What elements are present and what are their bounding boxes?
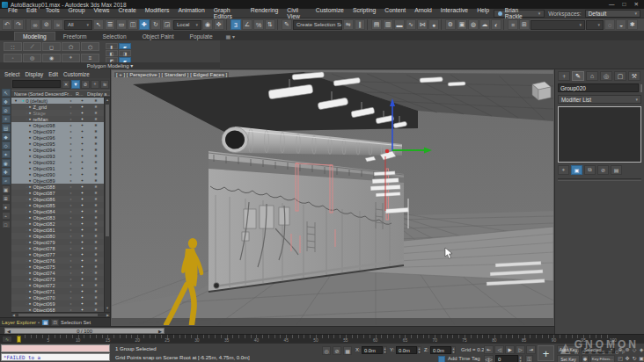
scene-object-row[interactable]: ◌●Object085●✦✱	[11, 202, 104, 208]
render-hand-icon[interactable]: ✦	[77, 141, 88, 146]
menu-animation[interactable]: Animation	[173, 7, 209, 19]
edit-named-selection-sets-icon[interactable]: ✎	[282, 19, 292, 30]
angle-snap-icon[interactable]: ∠	[242, 19, 252, 30]
mirror-icon[interactable]: ⇋	[343, 19, 354, 30]
edge-mode-icon[interactable]: ⟋	[23, 42, 41, 51]
visibility-icon[interactable]: ◌	[26, 166, 28, 170]
render-hand-icon[interactable]: ✦	[77, 283, 88, 287]
scene-object-row[interactable]: ◌●Stage●✦✱	[11, 110, 104, 116]
frozen-dot-icon[interactable]: ●	[65, 277, 77, 281]
make-unique-button[interactable]: ⧉	[584, 165, 596, 175]
scene-object-row[interactable]: ◌●Object069●✦✱	[11, 300, 104, 307]
pin-stack-button[interactable]: ⌖	[558, 165, 569, 175]
explorer-containers-icon[interactable]: □	[2, 221, 11, 228]
configure-modifier-sets-button[interactable]: ▤	[611, 165, 622, 175]
object-color-swatch[interactable]	[640, 84, 642, 92]
toggle-scene-explorer-icon[interactable]: ▤	[371, 19, 382, 30]
render-hand-icon[interactable]: ✦	[77, 197, 88, 201]
frozen-dot-icon[interactable]: ●	[65, 160, 77, 164]
visibility-icon[interactable]: ◌	[26, 141, 28, 146]
frozen-dot-icon[interactable]: ●	[65, 289, 77, 293]
explorer-pin-icon[interactable]: ⌖	[2, 115, 11, 123]
explorer-column-headers[interactable]: Name (Sorted Descending) ▼ Fr... R... Di…	[11, 90, 110, 98]
menu-file[interactable]: File	[4, 7, 22, 19]
frozen-dot-icon[interactable]: ●	[65, 111, 77, 115]
curve-editor-icon[interactable]: ∿	[406, 19, 416, 30]
frozen-dot-icon[interactable]: ●	[65, 135, 77, 140]
scene-object-row[interactable]: ◌●Object091●✦✱	[11, 165, 104, 171]
render-hand-icon[interactable]: ✦	[77, 191, 88, 195]
filter-funnel-icon[interactable]: ▼	[71, 80, 80, 89]
render-hand-icon[interactable]: ✦	[77, 246, 88, 250]
material-editor-icon[interactable]: ●	[428, 19, 439, 30]
visibility-icon[interactable]: ◌	[26, 154, 28, 158]
select-and-scale-icon[interactable]: ◲	[162, 19, 172, 30]
display-gear-icon[interactable]: ✱	[88, 283, 104, 287]
render-hand-icon[interactable]: ✦	[77, 234, 88, 238]
render-hand-icon[interactable]: ✦	[77, 258, 88, 263]
active-layer-dropdown[interactable]: ▾	[531, 20, 585, 30]
visibility-icon[interactable]: ◌	[26, 135, 28, 140]
display-gear-icon[interactable]: ✱	[88, 172, 104, 177]
tab-utilities[interactable]: ⚒	[628, 71, 640, 81]
render-hand-icon[interactable]: ✦	[77, 148, 88, 152]
selection-set-label[interactable]: Selection Set	[61, 320, 91, 325]
render-hand-icon[interactable]: ✦	[77, 240, 88, 244]
maxscript-mini-listener[interactable]: *FAILED to a	[1, 353, 110, 361]
ribbon-tab-modeling[interactable]: Modeling	[14, 32, 55, 40]
maximize-button[interactable]: □	[623, 1, 626, 8]
bind-to-space-warp-icon[interactable]: ≈	[53, 19, 63, 30]
visibility-icon[interactable]: ◌	[26, 185, 28, 189]
scene-object-row[interactable]: ◌●Object084●✦✱	[11, 208, 104, 214]
display-gear-icon[interactable]: ✱	[88, 215, 104, 220]
frozen-dot-icon[interactable]: ●	[65, 240, 77, 244]
visibility-icon[interactable]: ◌	[26, 246, 28, 250]
display-gear-icon[interactable]: ✱	[88, 264, 104, 269]
reference-coordinate-dropdown[interactable]: Local▾	[173, 20, 201, 30]
layer-property-field[interactable]: ▾	[586, 20, 604, 30]
frozen-dot-icon[interactable]: ●	[65, 154, 77, 158]
display-gear-icon[interactable]: ✱	[88, 129, 104, 134]
display-gear-icon[interactable]: ✱	[88, 228, 104, 232]
scene-object-row[interactable]: ◌●Object098●✦✱	[11, 122, 104, 128]
zoom-extents-button[interactable]: ◇	[631, 345, 638, 353]
scene-object-row[interactable]: ◌●Object077●✦✱	[11, 251, 104, 257]
percent-snap-icon[interactable]: %	[253, 19, 264, 30]
column-renderable[interactable]: R...	[76, 91, 87, 97]
polygon-modeling-label[interactable]: Polygon Modeling ▾	[0, 62, 220, 69]
visibility-icon[interactable]: ◌	[26, 178, 28, 183]
menu-edit[interactable]: Edit	[22, 7, 41, 19]
frame-spinner[interactable]: ▲▼	[518, 355, 523, 362]
lock-explorer-icon[interactable]: ⊘	[81, 80, 90, 89]
frozen-dot-icon[interactable]: ●	[65, 123, 77, 127]
render-hand-icon[interactable]: ✦	[77, 129, 88, 134]
x-coordinate-field[interactable]	[362, 346, 383, 354]
render-hand-icon[interactable]: ✦	[77, 215, 88, 220]
explorer-groups-icon[interactable]: ▣	[2, 185, 11, 193]
menu-group[interactable]: Group	[64, 7, 90, 19]
explorer-settings-icon[interactable]: ⊡	[51, 319, 59, 326]
render-hand-icon[interactable]: ✦	[77, 117, 88, 121]
explorer-lock-icon[interactable]: ⊘	[2, 106, 11, 114]
menu-graph-editors[interactable]: Graph Editors	[209, 7, 246, 19]
scene-object-row[interactable]: ◌●Object083●✦✱	[11, 214, 104, 221]
visibility-icon[interactable]: ◌	[26, 203, 28, 207]
rollout-divider[interactable]	[558, 178, 641, 181]
window-crossing-icon[interactable]: ◫	[128, 19, 138, 30]
display-gear-icon[interactable]: ✱	[88, 271, 104, 275]
remove-modifier-button[interactable]: ⊘	[597, 165, 609, 175]
tab-motion[interactable]: ◎	[600, 71, 612, 81]
display-gear-icon[interactable]: ✱	[88, 117, 104, 121]
display-gear-icon[interactable]: ✱	[88, 123, 104, 127]
tab-hierarchy[interactable]: ⌂	[586, 71, 598, 81]
visibility-icon[interactable]: ◌	[26, 129, 28, 134]
scene-object-row[interactable]: ◌●Object074●✦✱	[11, 270, 104, 276]
frozen-dot-icon[interactable]: ●	[65, 215, 77, 220]
frozen-dot-icon[interactable]: ●	[65, 141, 77, 146]
frozen-dot-icon[interactable]: ●	[65, 252, 77, 257]
display-gear-icon[interactable]: ✱	[88, 246, 104, 250]
scene-object-row[interactable]: ◌●Object080●✦✱	[11, 233, 104, 239]
auto-key-button[interactable]: Auto Key	[557, 345, 580, 353]
unlink-selection-icon[interactable]: ⊘	[41, 19, 52, 30]
snap-toggle-3d-icon[interactable]: 3	[231, 19, 241, 30]
